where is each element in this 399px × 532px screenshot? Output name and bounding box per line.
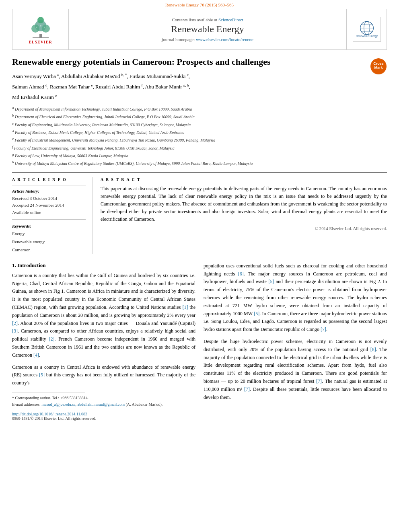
affiliation-f: f Faculty of Electrical Engineering, Uni… <box>12 144 387 152</box>
right-para-1: population uses conventional solid fuels… <box>204 262 387 334</box>
footnote-corresponding: * Corresponding author. Tel.: +966 53813… <box>12 395 195 401</box>
available-date: Available online <box>12 209 86 216</box>
ref-link-2[interactable]: [2] <box>12 320 18 326</box>
elsevier-logo: ELSEVIER <box>27 14 55 44</box>
footnote-email-link[interactable]: masud_a@jce.edu.sa, abdullahi.masud@gmai… <box>41 402 125 407</box>
keyword-3: Cameroon <box>12 246 86 254</box>
sciencedirect-link[interactable]: ScienceDirect <box>218 17 243 22</box>
intro-para-2: Cameroon as a country in Central Africa … <box>12 364 195 387</box>
keywords-title: Keywords: <box>12 224 86 228</box>
affiliation-d: d Faculty of Business, Dubai Men's Colle… <box>12 128 387 136</box>
author-1: Asan Vernyuy Wirba a, <box>12 73 60 79</box>
sciencedirect-label: Contents lists available at ScienceDirec… <box>172 17 243 22</box>
crossmark-icon: Cross Mark <box>370 58 387 75</box>
svg-point-3 <box>31 25 39 33</box>
crossmark-badge: Cross Mark <box>370 58 387 76</box>
ref-link-5[interactable]: [4] <box>33 352 39 358</box>
affiliation-g: g Faculty of Law, University of Malaya, … <box>12 152 387 159</box>
intro-para-1: Cameroon is a country that lies within t… <box>12 272 195 359</box>
issn-text: 0960-1481/© 2014 Elsevier Ltd. All right… <box>12 416 195 421</box>
svg-text:Renewable Energy: Renewable Energy <box>356 35 378 38</box>
keyword-2: Renewable energy <box>12 238 86 246</box>
svg-point-5 <box>37 17 44 23</box>
author-6: Ruzairi Abdul Rahim f, <box>95 84 144 90</box>
svg-text:Cross: Cross <box>373 62 384 66</box>
keywords-divider <box>12 219 86 220</box>
received-date: Received 3 October 2014 <box>12 195 86 202</box>
footnote-divider <box>12 392 85 392</box>
ref-link-7[interactable]: [6] <box>238 271 244 277</box>
svg-point-4 <box>42 25 50 33</box>
svg-point-8 <box>44 27 45 28</box>
affiliation-c: c Faculty of Engineering, Multimedia Uni… <box>12 121 387 128</box>
ref-link-1[interactable]: [1] <box>182 304 188 310</box>
section-divider-1 <box>12 172 387 173</box>
homepage-line: journal homepage: www.elsevier.com/locat… <box>162 37 253 42</box>
authors-line: Asan Vernyuy Wirba a, Abdullahi Abubakar… <box>12 72 387 81</box>
author-7: Abu Bakar Munir g, h, <box>145 84 190 90</box>
copyright-text: © 2014 Elsevier Ltd. All rights reserved… <box>101 226 387 231</box>
main-content: Cross Mark Renewable energy potentials i… <box>12 50 387 421</box>
right-para-2: Despite the huge hydroelectric power sch… <box>204 338 387 401</box>
authors-line-2: Salman Ahmad d, Razman Mat Tahar e, Ruza… <box>12 82 387 91</box>
elsevier-tree-icon <box>27 14 55 39</box>
citation-text: Renewable Energy 76 (2015) 560–565 <box>165 2 234 7</box>
ref-link-10[interactable]: [7] <box>321 327 326 332</box>
author-5: Razman Mat Tahar e, <box>50 84 94 90</box>
keyword-1: Energy <box>12 230 86 238</box>
info-divider <box>12 185 86 185</box>
author-2: Abdullahi Abubakar Mas'ud b, *, <box>61 73 128 79</box>
homepage-link[interactable]: www.elsevier.com/locate/renene <box>196 37 253 42</box>
author-8: Md Ershadul Karim e <box>12 94 57 100</box>
svg-point-7 <box>36 27 37 28</box>
author-4: Salman Ahmad d, <box>12 84 49 90</box>
elsevier-logo-section: ELSEVIER <box>12 9 69 49</box>
ref-link-9[interactable]: [5] <box>254 311 259 316</box>
journal-title: Renewable Energy <box>171 24 244 35</box>
ref-link-3[interactable]: [3] <box>12 328 18 334</box>
ref-link-12[interactable]: [7] <box>316 378 322 384</box>
authors-line-3: Md Ershadul Karim e <box>12 93 387 102</box>
author-3: Firdaus Muhammad-Sukki c, <box>130 73 190 79</box>
ref-link-13[interactable]: [7] <box>244 386 250 392</box>
abstract-label: A B S T R A C T <box>101 177 387 182</box>
svg-text:Mark: Mark <box>374 66 383 70</box>
abstract-text: This paper aims at discussing the renewa… <box>101 185 387 224</box>
affiliation-b: b Department of Electrical and Electroni… <box>12 113 387 120</box>
article-info-col: A R T I C L E I N F O Article history: R… <box>12 177 93 254</box>
info-abstract-section: A R T I C L E I N F O Article history: R… <box>12 177 387 254</box>
doi-section: http://dx.doi.org/10.1016/j.renene.2014.… <box>12 412 195 416</box>
elsevier-name: ELSEVIER <box>29 40 52 44</box>
re-logo-section: Renewable Energy <box>346 9 387 49</box>
ref-link-4[interactable]: [2] <box>49 336 54 342</box>
article-title: Renewable energy potentials in Cameroon:… <box>12 56 387 68</box>
history-title: Article history: <box>12 189 86 193</box>
svg-point-6 <box>40 25 41 27</box>
footnote-email: E-mail addresses: masud_a@jce.edu.sa, ab… <box>12 401 195 408</box>
body-section: 1. Introduction Cameroon is a country th… <box>12 262 387 421</box>
abstract-col: A B S T R A C T This paper aims at discu… <box>101 177 387 254</box>
intro-heading: 1. Introduction <box>12 262 195 269</box>
title-section: Cross Mark Renewable energy potentials i… <box>12 56 387 167</box>
affiliation-e: e Faculty of Industrial Management, Univ… <box>12 136 387 144</box>
re-logo-box: Renewable Energy <box>353 17 381 42</box>
ref-link-6[interactable]: [5] <box>39 372 45 378</box>
affiliations-section: a Department of Management Information T… <box>12 105 387 167</box>
accepted-date: Accepted 24 November 2014 <box>12 202 86 209</box>
citation-bar: Renewable Energy 76 (2015) 560–565 <box>0 0 399 9</box>
journal-header: ELSEVIER Contents lists available at Sci… <box>12 9 387 50</box>
doi-link[interactable]: http://dx.doi.org/10.1016/j.renene.2014.… <box>12 412 87 416</box>
body-left-col: 1. Introduction Cameroon is a country th… <box>12 262 195 421</box>
ref-link-11[interactable]: [8] <box>370 347 376 352</box>
re-globe-icon: Renewable Energy <box>355 19 379 39</box>
body-right-col: population uses conventional solid fuels… <box>204 262 387 421</box>
journal-header-center: Contents lists available at ScienceDirec… <box>69 9 346 49</box>
affiliation-h: h University of Malaya Malaysian Centre … <box>12 159 387 167</box>
article-info-label: A R T I C L E I N F O <box>12 177 86 182</box>
affiliation-a: a Department of Management Information T… <box>12 105 387 113</box>
ref-link-8[interactable]: [5] <box>268 279 274 284</box>
